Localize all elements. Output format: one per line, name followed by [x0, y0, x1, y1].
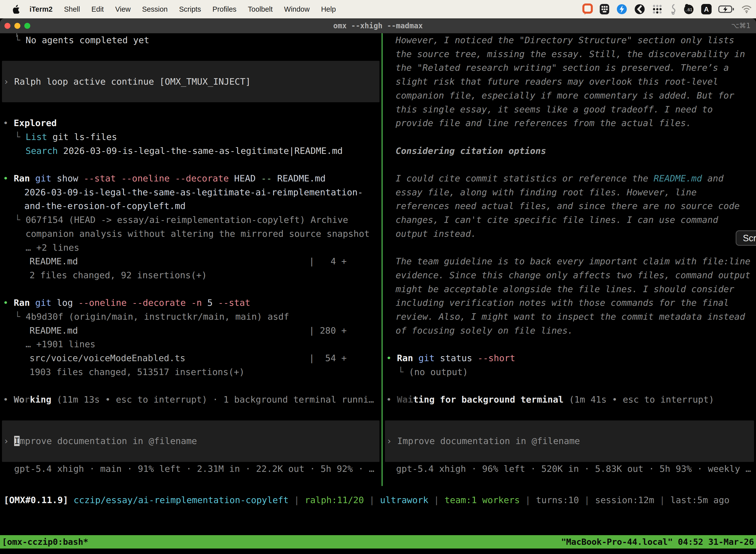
terminal-line: I could cite commit statistics or refere… — [396, 171, 723, 185]
menu-item-edit[interactable]: Edit — [85, 5, 109, 13]
terminal-line: companion analysis without altering the … — [25, 227, 370, 241]
menu-item-view[interactable]: View — [109, 5, 136, 13]
terminal-line: └ List git ls-files — [15, 130, 117, 144]
terminal-line: 2026-03-09-is-legal-the-same-as-legitima… — [24, 185, 363, 199]
apple-menu-icon[interactable] — [13, 5, 20, 14]
terminal-line: └ No agents completed yet — [15, 33, 149, 47]
terminal-line: └ 067f154 (HEAD -> essay/ai-reimplementa… — [15, 213, 348, 227]
menu-item-scripts[interactable]: Scripts — [173, 5, 207, 13]
terminal-line: gpt-5.4 xhigh · main · 91% left · 2.31M … — [14, 462, 374, 476]
terminal-line: • Explored — [3, 116, 57, 130]
dots-grid-icon[interactable] — [652, 4, 663, 15]
terminal-line: 1903 files changed, 513517 insertions(+) — [29, 365, 245, 379]
menu-item-help[interactable]: Help — [315, 5, 341, 13]
terminal-line: The team guideline is to back every impo… — [396, 255, 750, 268]
terminal-line: … +1901 lines — [25, 337, 96, 351]
hook-icon[interactable] — [669, 3, 677, 15]
terminal-line: src/voice/voiceModeEnabled.ts | 54 + — [29, 351, 347, 365]
terminal-line: • Working (11m 13s • esc to interrupt) ·… — [3, 393, 374, 406]
terminal-line: including verification notes with those … — [396, 296, 729, 310]
terminal-line: essay file, along with finding root file… — [396, 185, 697, 199]
terminal-line: README.md | 4 + — [29, 255, 347, 268]
menu-item-iterm2[interactable]: iTerm2 — [24, 5, 58, 13]
terminal-line: Considering citation options — [396, 144, 546, 158]
a-square-label: A — [704, 6, 709, 13]
terminal-line: might be acceptable alongside the file l… — [396, 282, 734, 296]
terminal-line: • Waiting for background terminal (1m 41… — [386, 393, 714, 406]
menu-items: iTerm2ShellEditViewSessionScriptsProfile… — [24, 5, 341, 13]
left-pane[interactable]: └ No agents completed yet› Ralph loop ac… — [0, 33, 381, 480]
terminal-line: changes, I can't cite specific file line… — [396, 213, 718, 227]
window-title: omx --xhigh --madmax — [0, 18, 756, 33]
terminal-line: this single essay, it seems like a good … — [396, 103, 713, 116]
terminal-line: 2 files changed, 92 insertions(+) — [29, 268, 207, 282]
terminal-line: companion file, especially if more comme… — [396, 89, 734, 103]
tmux-session-label: [omx-cczip0:bash* — [2, 535, 88, 549]
terminal-line: • Ran git show --stat --oneline --decora… — [3, 171, 326, 185]
terminal-line: evidence. Since this change only affects… — [396, 268, 750, 282]
terminal-line: and-the-erosion-of-copyleft.md — [24, 199, 186, 213]
menu-bar: iTerm2ShellEditViewSessionScriptsProfile… — [0, 0, 756, 18]
terminal-line: provide file and line references from th… — [396, 116, 691, 130]
terminal-line: the source tree, missing the essay. Stil… — [396, 47, 745, 61]
window-shortcut-badge: ⌥⌘1 — [731, 18, 751, 33]
terminal-line: Search 2026-03-09-is-legal-the-same-as-l… — [25, 144, 343, 158]
terminal-line: › Improve documentation in @filename — [3, 434, 197, 448]
terminal-line: README.md | 280 + — [29, 324, 347, 338]
terminal-line: references need actual files, and since … — [396, 199, 740, 213]
tmux-status-bar: [omx-cczip0:bash* "MacBook-Pro-44.local"… — [0, 535, 756, 549]
terminal-line: output instead. — [396, 227, 476, 241]
badge-61-label: ..61 — [685, 7, 692, 12]
bolt-badge-icon[interactable] — [616, 3, 628, 15]
terminal-line: gpt-5.4 xhigh · 96% left · 520K in · 5.8… — [396, 462, 751, 476]
terminal-line: However, I noticed the "Directory Struct… — [396, 33, 734, 47]
badge-61-icon[interactable]: ..61 — [683, 3, 694, 15]
screen-tooltip: Scre — [736, 230, 756, 246]
keyboard-grid-icon[interactable] — [599, 3, 610, 15]
terminal-line: └ (no output) — [398, 365, 468, 379]
right-pane[interactable]: However, I noticed the "Directory Struct… — [383, 33, 756, 480]
menu-item-session[interactable]: Session — [136, 5, 173, 13]
terminal-line: review. Also, I might want to inspect th… — [396, 310, 745, 324]
menu-item-toolbelt[interactable]: Toolbelt — [242, 5, 278, 13]
omx-status-bar: [OMX#0.11.9] cczip/essay/ai-reimplementa… — [4, 493, 730, 507]
terminal-line: › Improve documentation in @filename — [386, 434, 580, 448]
battery-icon[interactable] — [718, 5, 735, 13]
menu-item-profiles[interactable]: Profiles — [207, 5, 242, 13]
window-title-bar: omx --xhigh --madmax ⌥⌘1 — [0, 18, 756, 33]
terminal-line: slight risk that future readers may over… — [396, 75, 718, 89]
chat-app-icon[interactable] — [582, 3, 593, 15]
menu-item-shell[interactable]: Shell — [58, 5, 86, 13]
terminal-line: the "Related research writing" section i… — [396, 61, 729, 75]
terminal-line: … +2 lines — [25, 241, 79, 255]
moon-circle-icon[interactable] — [634, 3, 645, 15]
menu-item-window[interactable]: Window — [278, 5, 315, 13]
terminal-line: • Ran git log --oneline --decorate -n 5 … — [3, 296, 250, 310]
terminal-line: └ 4b9d30f (origin/main, instructkr/main,… — [15, 310, 289, 324]
terminal-line: • Ran git status --short — [386, 351, 515, 365]
terminal-line: of focusing solely on file lines. — [396, 324, 573, 338]
terminal-line: › Ralph loop active continue [OMX_TMUX_I… — [3, 75, 251, 89]
tmux-host-clock: "MacBook-Pro-44.local" 04:52 31-Mar-26 — [561, 535, 754, 549]
menu-status-icons: ..61 A — [582, 3, 752, 15]
pane-divider[interactable] — [381, 33, 383, 486]
a-square-icon[interactable]: A — [701, 4, 712, 15]
wifi-icon[interactable] — [741, 5, 752, 14]
